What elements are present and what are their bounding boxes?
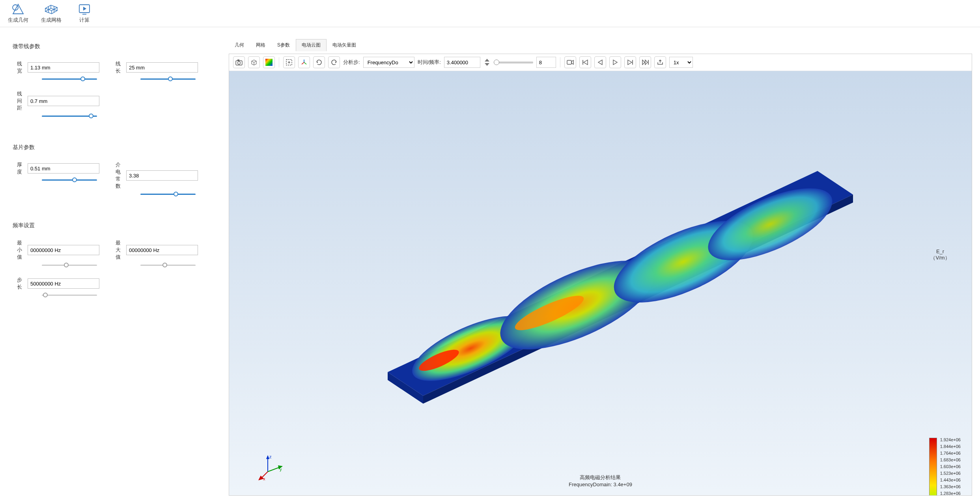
thickness-slider[interactable] (42, 177, 97, 183)
section-title: 微带线参数 (13, 43, 223, 50)
svg-text:y: y (280, 467, 282, 472)
tab-field-vector[interactable]: 电场矢量图 (327, 39, 362, 51)
freq-max-label: 最大值 (111, 239, 121, 261)
line-length-label: 线长 (111, 60, 121, 75)
axis-toggle-icon[interactable] (298, 56, 310, 68)
refresh-icon[interactable] (313, 56, 325, 68)
viewer-tabs: 几何 网格 S参数 电场云图 电场矢量图 (229, 39, 972, 51)
next-frame-icon[interactable] (624, 56, 636, 68)
legend-tick: 1.924e+06 (940, 438, 961, 442)
calculate-label: 计算 (79, 17, 90, 24)
freq-max-slider[interactable] (140, 262, 196, 268)
analysis-step-label: 分析步: (343, 59, 360, 66)
export-icon[interactable] (654, 56, 666, 68)
freq-min-slider[interactable] (42, 262, 97, 268)
permittivity-input[interactable] (126, 170, 198, 181)
line-width-input[interactable] (28, 62, 99, 73)
undo-icon[interactable] (328, 56, 340, 68)
camera-icon[interactable] (233, 56, 245, 68)
cube-icon[interactable] (248, 56, 260, 68)
field-plot (344, 136, 857, 420)
legend-unit: （V/m） (930, 255, 950, 261)
freq-max-input[interactable] (126, 245, 198, 255)
svg-point-14 (238, 62, 241, 64)
fit-view-icon[interactable] (283, 56, 295, 68)
render-canvas[interactable]: z y x 高频电磁分析结果 FrequencyDomain: 3.4e+09 … (229, 71, 972, 495)
last-frame-icon[interactable] (639, 56, 651, 68)
viewer-panel: 几何 网格 S参数 电场云图 电场矢量图 分析步: FrequencyDo 时间… (229, 27, 980, 504)
section-frequency: 频率设置 最小值 最大值 (13, 222, 223, 306)
line-width-slider[interactable] (42, 76, 97, 82)
thickness-label: 厚度 (13, 161, 22, 175)
play-icon (77, 3, 92, 16)
play-frame-icon[interactable] (609, 56, 621, 68)
first-frame-icon[interactable] (579, 56, 591, 68)
canvas-container: 分析步: FrequencyDo 时间/频率: 1x (229, 54, 972, 496)
freq-min-input[interactable] (28, 245, 99, 255)
section-title: 基片参数 (13, 144, 223, 151)
thickness-input[interactable] (28, 163, 99, 174)
legend-colorbar (929, 438, 937, 495)
legend-tick: 1.764e+06 (940, 451, 961, 455)
svg-marker-33 (598, 60, 602, 65)
viewer-toolbar: 分析步: FrequencyDo 时间/频率: 1x (229, 54, 972, 71)
permittivity-label: 介电常数 (111, 161, 121, 190)
tab-sparam[interactable]: S参数 (271, 39, 296, 51)
svg-rect-15 (237, 60, 239, 61)
svg-rect-29 (567, 60, 571, 64)
parameters-sidebar: 微带线参数 线宽 线长 (0, 27, 229, 504)
line-width-label: 线宽 (13, 60, 22, 75)
legend-tick: 1.523e+06 (940, 471, 961, 476)
build-mesh-button[interactable]: 生成网格 (39, 3, 64, 24)
svg-line-23 (304, 62, 306, 64)
freq-min-label: 最小值 (13, 239, 22, 261)
legend-tick: 1.443e+06 (940, 478, 961, 482)
svg-marker-11 (83, 7, 86, 11)
tab-mesh[interactable]: 网格 (250, 39, 271, 51)
canvas-footer: 高频电磁分析结果 FrequencyDomain: 3.4e+09 (569, 474, 632, 488)
result-subtitle: FrequencyDomain: 3.4e+09 (569, 481, 632, 488)
svg-marker-30 (571, 60, 573, 64)
legend-tick: 1.283e+06 (940, 491, 961, 495)
time-freq-input[interactable] (444, 57, 480, 68)
build-mesh-label: 生成网格 (41, 17, 62, 24)
svg-marker-35 (628, 60, 632, 65)
frame-slider[interactable] (494, 62, 533, 63)
result-title: 高频电磁分析结果 (569, 474, 632, 481)
svg-marker-37 (642, 60, 645, 65)
line-length-input[interactable] (126, 62, 198, 73)
section-substrate: 基片参数 厚度 介电常数 (13, 144, 223, 205)
line-gap-input[interactable] (28, 96, 99, 106)
permittivity-slider[interactable] (140, 191, 196, 197)
colormap-icon[interactable] (263, 56, 275, 68)
line-gap-slider[interactable] (42, 113, 97, 119)
legend-quantity: E_r (936, 248, 944, 254)
record-icon[interactable] (564, 56, 576, 68)
color-legend: E_r （V/m） 1.924e+061.844e+061.764e+061.6… (913, 248, 968, 264)
line-length-slider[interactable] (140, 76, 196, 82)
tab-field-cloud[interactable]: 电场云图 (296, 39, 327, 51)
geometry-icon (11, 3, 26, 16)
legend-tick: 1.683e+06 (940, 458, 961, 462)
prev-frame-icon[interactable] (594, 56, 606, 68)
mesh-icon (44, 3, 59, 16)
calculate-button[interactable]: 计算 (72, 3, 97, 24)
freq-step-input[interactable] (28, 278, 99, 289)
speed-select[interactable]: 1x (669, 57, 693, 68)
time-freq-label: 时间/频率: (418, 59, 441, 66)
analysis-step-select[interactable]: FrequencyDo (363, 57, 414, 68)
line-gap-label: 线间距 (13, 90, 22, 112)
tab-geometry[interactable]: 几何 (229, 39, 250, 51)
top-toolbar: 生成几何 生成网格 计算 (0, 0, 980, 27)
section-title: 频率设置 (13, 222, 223, 229)
freq-step-slider[interactable] (42, 292, 97, 298)
frame-input[interactable] (536, 57, 556, 68)
build-geometry-label: 生成几何 (8, 17, 28, 24)
legend-tick: 1.844e+06 (940, 444, 961, 449)
axis-triad-icon: z y x (257, 454, 284, 481)
build-geometry-button[interactable]: 生成几何 (6, 3, 31, 24)
svg-line-24 (302, 62, 304, 64)
svg-rect-18 (265, 59, 273, 66)
svg-marker-32 (584, 60, 588, 65)
stepper-icon[interactable] (483, 56, 491, 68)
